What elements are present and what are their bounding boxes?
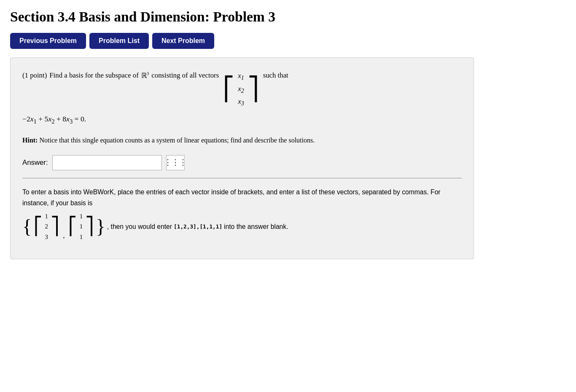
problem-points: (1 point): [22, 70, 47, 82]
hint-bold: Hint:: [22, 137, 38, 144]
r-superscript: 3: [147, 71, 149, 76]
then-text: , then you would enter: [107, 221, 172, 232]
matrix-entry-x1: x1: [238, 70, 244, 82]
ex2-entries: 1 1 1: [77, 210, 85, 243]
answer-row: Answer: ⋮⋮⋮: [22, 155, 462, 170]
ex2-left-bracket: ⎡: [68, 218, 77, 235]
ex2-entry2: 1: [80, 221, 83, 232]
hint-block: Hint: Notice that this single equation c…: [22, 135, 462, 146]
problem-text-after: consisting of all vectors: [151, 70, 219, 82]
ex1-entry2: 2: [45, 221, 48, 232]
instructions-text: To enter a basis into WeBWorK, place the…: [22, 188, 441, 207]
set-close-brace: }: [96, 217, 105, 236]
ex2-entry1: 1: [80, 211, 83, 222]
grid-icon-button[interactable]: ⋮⋮⋮: [166, 155, 185, 170]
problem-text-before: Find a basis for the subspace of: [49, 70, 139, 82]
ex2-entry3: 1: [80, 232, 83, 242]
instructions-block: To enter a basis into WeBWorK, place the…: [22, 187, 462, 243]
example-matrix-2: ⎡ 1 1 1 ⎤: [68, 210, 94, 243]
divider: [22, 178, 462, 178]
ex1-entry3: 3: [45, 232, 48, 242]
ex1-entry1: 1: [45, 211, 48, 222]
next-problem-button[interactable]: Next Problem: [152, 33, 214, 49]
problem-statement: (1 point) Find a basis for the subspace …: [22, 70, 462, 109]
matrix-entries: x1 x2 x3: [234, 70, 247, 109]
hint-text: Notice that this single equation counts …: [39, 137, 315, 144]
into-text: into the answer blank.: [224, 221, 288, 232]
vector-comma: ,: [63, 229, 65, 243]
ex2-right-bracket: ⎤: [85, 218, 94, 235]
matrix-entry-x2: x2: [238, 83, 244, 95]
set-open-brace: {: [22, 217, 32, 236]
grid-icon: ⋮⋮⋮: [164, 158, 187, 167]
equation-line: −2x1 + 5x2 + 8x3 = 0.: [22, 113, 462, 126]
ex1-entries: 1 2 3: [43, 210, 51, 243]
nav-buttons: Previous Problem Problem List Next Probl…: [10, 33, 566, 49]
answer-input[interactable]: [52, 155, 162, 170]
problem-box: (1 point) Find a basis for the subspace …: [10, 57, 474, 259]
answer-label: Answer:: [22, 158, 48, 167]
example-matrix-1: ⎡ 1 2 3 ⎤: [34, 210, 59, 243]
vector-matrix: ⎡ x1 x2 x3 ⎤: [223, 70, 258, 109]
left-bracket: ⎡: [223, 78, 234, 101]
page-title: Section 3.4 Basis and Dimension: Problem…: [10, 8, 566, 25]
answer-example-code: [1,2,3],[1,1,1]: [174, 222, 222, 231]
prev-problem-button[interactable]: Previous Problem: [10, 33, 86, 49]
example-line: { ⎡ 1 2 3 ⎤ , ⎡ 1 1 1 ⎤: [22, 210, 462, 243]
ex1-left-bracket: ⎡: [34, 218, 43, 235]
r3-symbol: ℝ3: [141, 70, 149, 82]
ex1-right-bracket: ⎤: [51, 218, 59, 235]
right-bracket: ⎤: [248, 78, 259, 101]
matrix-entry-x3: x3: [238, 96, 244, 108]
such-that-text: such that: [263, 70, 288, 82]
problem-list-button[interactable]: Problem List: [89, 33, 149, 49]
